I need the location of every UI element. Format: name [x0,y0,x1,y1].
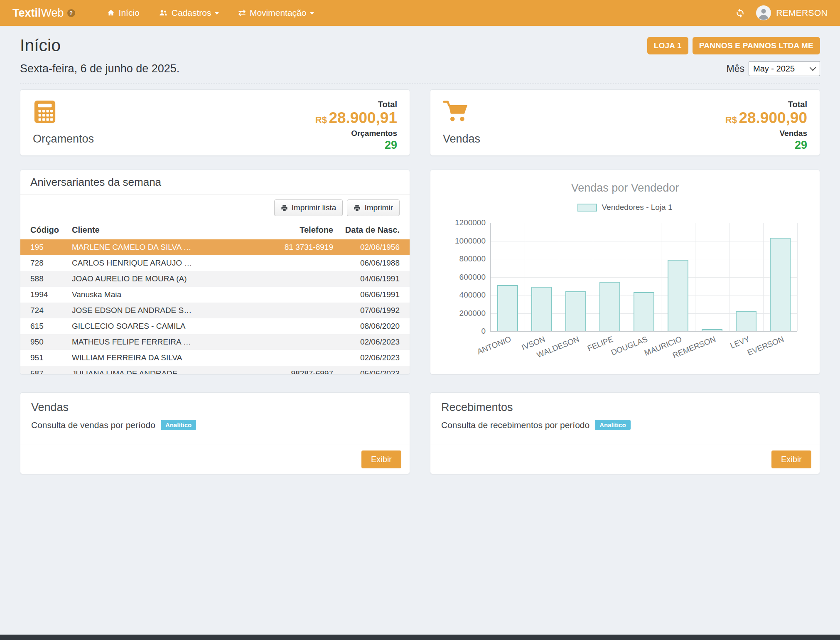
cart-icon [443,100,469,123]
month-picker: Mês May - 2025 [727,61,820,76]
cell-telefone: 81 3731-8919 [255,239,338,255]
nav-right: REMERSON [735,5,828,20]
transfer-icon: ⇄ [238,8,246,17]
cell-codigo: 1994 [20,287,67,303]
cell-telefone [255,303,338,318]
calculator-icon [33,100,57,124]
cell-codigo: 615 [20,318,67,334]
y-tick-label: 600000 [459,273,486,282]
v-gridline [729,223,729,331]
col-header-cliente[interactable]: Cliente [67,221,255,239]
cell-nasc: 07/06/1992 [338,303,410,318]
company-button[interactable]: PANNOS E PANNOS LTDA ME [693,37,820,54]
cell-cliente: WILLIAM FERREIRA DA SILVA [67,350,255,366]
printer-icon [354,204,361,212]
analitico-badge: Analítico [161,420,196,430]
cell-cliente: JOSE EDSON DE ANDRADE S… [67,303,255,318]
cell-codigo: 587 [20,366,67,374]
h-gridline [491,241,797,241]
card-name: Vendas [443,133,480,145]
brand-light: Web [41,7,64,20]
table-row[interactable]: 728CARLOS HENRIQUE ARAUJO …06/06/1988 [20,255,410,271]
table-row[interactable]: 615GILCLECIO SOARES - CAMILA08/06/2020 [20,318,410,334]
cell-cliente: CARLOS HENRIQUE ARAUJO … [67,255,255,271]
table-row[interactable]: 587JULIANA LIMA DE ANDRADE98287-699705/0… [20,366,410,374]
print-button[interactable]: Imprimir [347,199,400,216]
help-icon[interactable]: ? [67,9,75,17]
bar-mauricio[interactable] [668,260,688,331]
nav-item-movimentacao[interactable]: ⇄ Movimentação [231,4,321,22]
recebimentos-report-panel: Recebimentos Consulta de recebimentos po… [430,392,820,474]
count-label: Vendas [779,129,807,138]
total-value: R$ 28.900,90 [725,110,807,126]
cell-telefone [255,334,338,350]
month-select[interactable]: May - 2025 [749,61,820,76]
store-buttons: LOJA 1 PANNOS E PANNOS LTDA ME [647,37,820,54]
vendas-card[interactable]: Vendas Total R$ 28.900,90 Vendas 29 [430,89,820,156]
analitico-badge: Analítico [595,420,630,430]
chart-title: Vendas por Vendedor [441,182,809,194]
bar-ivson[interactable] [531,287,552,331]
main-panels-row: Aniversariantes da semana Imprimir lista… [20,170,820,374]
panel-description: Consulta de recebimentos por período Ana… [430,416,820,434]
cell-cliente: JOAO AURELIO DE MOURA (A) [67,271,255,287]
orcamentos-card-right: Total R$ 28.900,91 Orçamentos 29 [315,100,397,145]
store-button[interactable]: LOJA 1 [647,37,688,54]
table-row[interactable]: 195MARLENE CAMELO DA SILVA …81 3731-8919… [20,239,410,255]
exibir-vendas-button[interactable]: Exibir [361,450,401,468]
v-gridline [593,223,593,331]
cell-cliente: MATHEUS FELIPE FERREIRA … [67,334,255,350]
v-gridline [661,223,661,331]
col-header-codigo[interactable]: Código [20,221,67,239]
col-header-telefone[interactable]: Telefone [255,221,338,239]
cell-nasc: 04/06/1991 [338,271,410,287]
bar-levy[interactable] [736,311,756,331]
bottom-panels-row: Vendas Consulta de vendas por período An… [20,392,820,474]
nav-items: Início Cadastros ⇄ Movimentação [100,4,321,22]
print-label: Imprimir [364,203,393,212]
brand-logo[interactable]: TextilWeb ? [12,7,75,20]
birthdays-panel: Aniversariantes da semana Imprimir lista… [20,170,410,374]
print-list-label: Imprimir lista [292,203,336,212]
current-date: Sexta-feira, 6 de junho de 2025. [20,62,179,75]
chevron-down-icon [215,12,219,15]
chart-x-axis: ANTONIOIVSONWALDESONFELIPEDOUGLASMAURICI… [490,332,797,367]
bar-everson[interactable] [770,238,790,331]
orcamentos-card[interactable]: Orçamentos Total R$ 28.900,91 Orçamentos… [20,89,410,156]
cell-nasc: 06/06/1988 [338,255,410,271]
chart-legend[interactable]: Vendedores - Loja 1 [441,203,809,212]
footer-bar [0,635,840,640]
printer-icon [281,204,288,212]
nav-item-inicio[interactable]: Início [100,4,146,22]
table-row[interactable]: 1994Vanuska Maia06/06/1991 [20,287,410,303]
nav-item-cadastros[interactable]: Cadastros [152,4,226,22]
count-value: 29 [795,139,807,152]
bar-antonio[interactable] [497,285,518,331]
table-row[interactable]: 588JOAO AURELIO DE MOURA (A)04/06/1991 [20,271,410,287]
nav-item-label: Movimentação [250,8,307,18]
bar-waldeson[interactable] [565,291,586,331]
table-row[interactable]: 951WILLIAM FERREIRA DA SILVA02/06/2023 [20,350,410,366]
currency: R$ [315,115,327,125]
panel-title: Vendas [20,393,410,416]
bar-douglas[interactable] [634,292,654,331]
amount: 28.900,91 [329,109,397,126]
v-gridline [797,223,798,331]
print-list-button[interactable]: Imprimir lista [274,199,343,216]
col-header-nasc[interactable]: Data de Nasc. [338,221,410,239]
sales-chart-panel: Vendas por Vendedor Vendedores - Loja 1 … [430,170,820,374]
nav-item-label: Cadastros [172,8,211,18]
chevron-down-icon [310,12,314,15]
cell-codigo: 950 [20,334,67,350]
exibir-recebimentos-button[interactable]: Exibir [771,450,811,468]
bar-remerson[interactable] [702,329,722,331]
refresh-icon[interactable] [735,8,745,18]
birthdays-table-body: 195MARLENE CAMELO DA SILVA …81 3731-8919… [20,239,410,374]
birthdays-actions: Imprimir lista Imprimir [20,195,410,221]
table-row[interactable]: 724JOSE EDSON DE ANDRADE S…07/06/1992 [20,303,410,318]
table-row[interactable]: 950MATHEUS FELIPE FERREIRA …02/06/2023 [20,334,410,350]
bar-felipe[interactable] [599,282,620,331]
cell-nasc: 02/06/2023 [338,334,410,350]
v-gridline [559,223,559,331]
user-menu[interactable]: REMERSON [756,5,828,20]
